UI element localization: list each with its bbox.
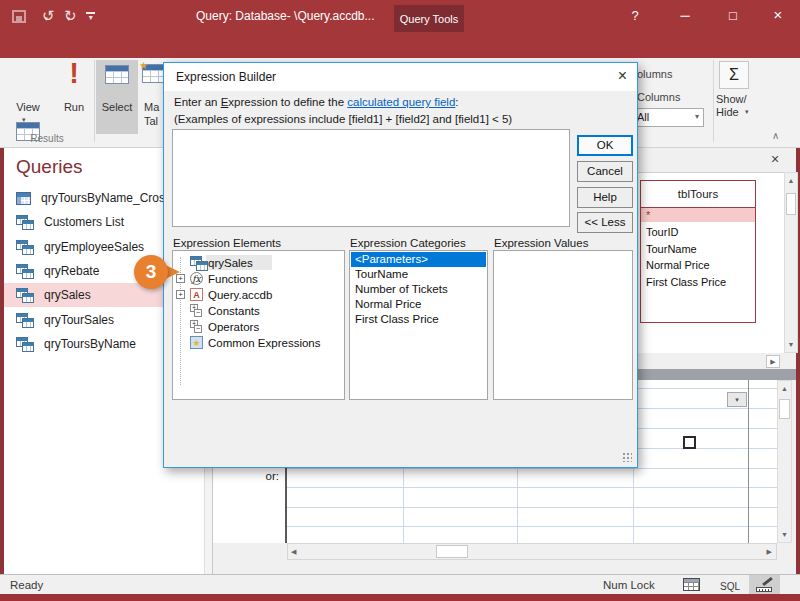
chevron-down-icon[interactable]: ▾ (745, 108, 749, 116)
constants-icon: +− (190, 304, 203, 317)
dialog-close-icon[interactable]: × (618, 67, 627, 85)
tree-item-label: qrySales (208, 257, 253, 269)
dialog-instruction: Enter an Expression to define the calcul… (174, 96, 459, 108)
scrollbar-thumb[interactable] (436, 545, 468, 558)
grid-vertical-scrollbar[interactable]: ▲ ▼ (777, 380, 792, 543)
category-tourname[interactable]: TourName (351, 267, 486, 282)
tree-expand-icon[interactable]: + (176, 290, 185, 299)
callout-badge-3: 3 (134, 255, 168, 289)
design-view-button[interactable] (749, 575, 780, 595)
dialog-title-bar[interactable]: Expression Builder × (164, 63, 637, 91)
category-normal-price[interactable]: Normal Price (351, 297, 486, 312)
tree-item-qrysales[interactable]: qrySales (173, 255, 344, 270)
view-dropdown-icon[interactable]: ▾ (22, 116, 26, 124)
run-icon: ! (69, 57, 79, 89)
redo-button[interactable]: ↻▾ (64, 7, 70, 25)
query-icon (16, 240, 34, 255)
undo-icon: ↺ (42, 7, 55, 24)
scroll-down-icon[interactable]: ▼ (785, 341, 797, 348)
scroll-up-icon[interactable]: ▲ (778, 385, 791, 392)
cancel-button[interactable]: Cancel (577, 161, 633, 182)
sql-view-icon[interactable]: SQL (720, 581, 740, 592)
quick-access-toolbar: ↺▾ ↻▾ ▾ (12, 7, 95, 25)
sort-dropdown-button[interactable]: ▾ (727, 392, 747, 407)
table-tbltours[interactable]: tblTours * TourID TourName Normal Price … (640, 180, 756, 323)
make-table-label-line1: Ma (144, 101, 159, 113)
tree-item-common-expressions[interactable]: ★ Common Expressions (173, 335, 344, 350)
scrollbar-thumb[interactable] (779, 399, 790, 419)
category-first-class-price[interactable]: First Class Price (351, 312, 486, 327)
collapse-ribbon-icon[interactable]: ∧ (772, 130, 779, 141)
tree-item-functions[interactable]: + ƒx Functions (173, 271, 344, 286)
insert-columns-label-partial[interactable]: olumns (637, 68, 672, 80)
grid-or-row-label: or: (213, 470, 279, 482)
category-number-of-tickets[interactable]: Number of Tickets (351, 282, 486, 297)
scroll-down-icon[interactable]: ▼ (778, 531, 791, 538)
title-bar: ↺▾ ↻▾ ▾ Query: Database- \Query.accdb...… (0, 0, 800, 32)
expression-elements-panel[interactable]: qrySales + ƒx Functions + A Query.accdb … (172, 250, 345, 400)
tables-scroll-right-button[interactable]: ▶ (766, 355, 780, 368)
expression-input[interactable] (172, 129, 570, 227)
dialog-title: Expression Builder (176, 70, 276, 84)
dialog-resize-grip[interactable] (622, 452, 632, 462)
query-icon (16, 288, 34, 303)
redo-dropdown-icon[interactable]: ▾ (67, 15, 71, 22)
make-table-label-line2: Tal (144, 115, 158, 127)
expression-values-panel[interactable] (493, 250, 633, 400)
tables-vertical-scrollbar[interactable]: ▲ ▼ (784, 172, 798, 353)
table-field[interactable]: First Class Price (641, 274, 755, 291)
table-field[interactable]: Normal Price (641, 257, 755, 274)
grid-line (287, 526, 777, 527)
show-hide-totals-button[interactable]: Σ (719, 61, 749, 89)
scroll-left-icon[interactable]: ◀ (291, 548, 296, 556)
expression-categories-panel[interactable]: <Parameters> TourName Number of Tickets … (349, 250, 488, 400)
table-name: tblTours (641, 181, 755, 208)
table-star-row[interactable]: * (641, 208, 755, 222)
run-label: Run (56, 101, 92, 113)
tree-item-label: Common Expressions (208, 337, 320, 349)
show-checkbox[interactable] (683, 436, 696, 449)
delete-columns-label-partial[interactable]: Columns (637, 91, 680, 103)
help-button[interactable]: Help (577, 187, 633, 208)
run-button[interactable]: ! (56, 58, 92, 88)
calculated-query-field-link[interactable]: calculated query field (347, 96, 455, 108)
results-group-label: Results (0, 133, 94, 144)
ok-button[interactable]: OK (577, 135, 633, 156)
window-border-bottom (0, 594, 800, 601)
minimize-button[interactable]: ─ (675, 8, 695, 23)
scrollbar-thumb[interactable] (786, 193, 796, 215)
access-window: ↺▾ ↻▾ ▾ Query: Database- \Query.accdb...… (0, 0, 800, 601)
expression-values-label: Expression Values (494, 237, 588, 249)
nav-pane-title[interactable]: Queries (16, 156, 83, 178)
scroll-right-icon[interactable]: ▶ (767, 548, 772, 556)
select-button[interactable] (96, 60, 138, 134)
grid-line (748, 380, 749, 543)
maximize-button[interactable]: □ (723, 8, 743, 23)
query-tools-contextual-tab: Query Tools (394, 5, 464, 32)
less-button[interactable]: << Less (577, 212, 633, 233)
undo-button[interactable]: ↺▾ (42, 7, 48, 25)
datasheet-view-icon[interactable] (683, 578, 700, 591)
grid-line (287, 468, 777, 469)
save-icon[interactable] (12, 10, 26, 23)
view-label: View (6, 101, 50, 113)
table-field[interactable]: TourID (641, 224, 755, 241)
return-dropdown[interactable]: All ▾ (630, 108, 704, 127)
category-parameters-selected[interactable]: <Parameters> (351, 252, 486, 267)
query-icon (16, 313, 34, 328)
grid-line (287, 487, 777, 488)
nav-item-label: qryRebate (44, 264, 99, 278)
close-button[interactable]: × (768, 6, 788, 23)
grid-line (287, 507, 777, 508)
customize-qat-icon[interactable]: ▾ (86, 12, 95, 21)
scroll-right-icon: ▶ (770, 358, 775, 365)
scroll-up-icon[interactable]: ▲ (785, 177, 797, 184)
table-field[interactable]: TourName (641, 241, 755, 258)
document-close-icon[interactable]: × (771, 151, 779, 167)
tree-item-constants[interactable]: +− Constants (173, 303, 344, 318)
tree-item-operators[interactable]: +− Operators (173, 319, 344, 334)
tree-item-query-accdb[interactable]: + A Query.accdb (173, 287, 344, 302)
grid-horizontal-scrollbar[interactable]: ◀ ▶ (287, 543, 777, 560)
undo-dropdown-icon[interactable]: ▾ (45, 15, 49, 22)
help-button[interactable]: ? (625, 8, 645, 23)
